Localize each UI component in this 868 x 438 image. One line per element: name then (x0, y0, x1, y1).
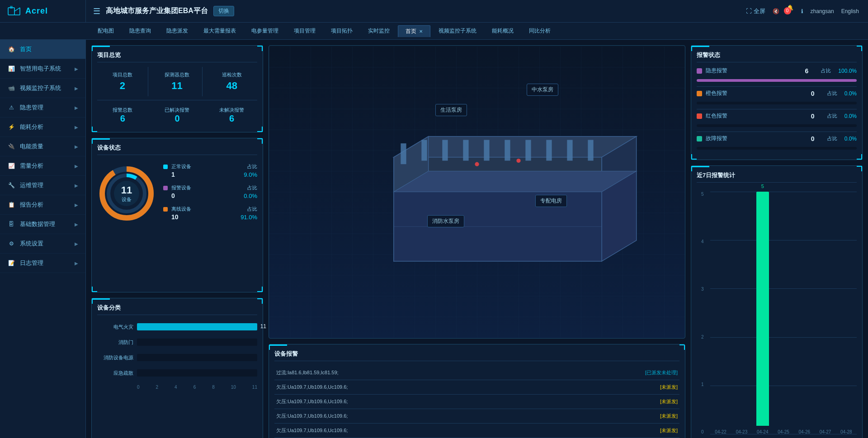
arrow-icon: ▶ (75, 241, 78, 246)
svg-rect-25 (525, 140, 531, 161)
switch-button[interactable]: 切换 (213, 6, 234, 16)
sidebar-item-basic-data[interactable]: 🗄 基础数据管理 ▶ (0, 215, 85, 234)
sidebar-item-energy[interactable]: ⚡ 能耗分析 ▶ (0, 118, 85, 137)
logo-area: Acrel (0, 0, 86, 22)
alarm-bar-red (697, 124, 857, 127)
svg-rect-0 (8, 8, 14, 15)
v-bar-6: 04-28 (836, 192, 857, 434)
project-overview-panel: 项目总览 项目总数 2 探测器总数 11 巡检次数 48 (91, 45, 263, 132)
svg-rect-20 (421, 140, 427, 161)
alarm-bar-hidden (697, 79, 857, 82)
proj-stat-projects: 项目总数 2 (97, 67, 148, 96)
help-icon[interactable]: ℹ (801, 8, 803, 14)
tab-xiangmutuopu[interactable]: 项目拓扑 (324, 25, 360, 37)
arrow-icon: ▶ (75, 125, 78, 130)
arrow-icon: ▶ (75, 183, 78, 188)
device-classification-title: 设备分类 (97, 304, 257, 315)
language-selector[interactable]: English (841, 8, 859, 14)
sidebar-item-demand[interactable]: 📈 需量分析 ▶ (0, 156, 85, 176)
arrow-icon: ▶ (75, 261, 78, 266)
arrow-icon: ▶ (75, 222, 78, 227)
label-power-room: 专配电房 (535, 195, 567, 207)
tab-yinhuanchaxun[interactable]: 隐患查询 (122, 25, 158, 37)
fault-alarm-dot (697, 136, 702, 141)
sidebar-item-hidden-danger[interactable]: ⚠ 隐患管理 ▶ (0, 98, 85, 118)
alarm-status-panel: 报警状态 隐患报警 6 占比 100.0% 橙色报警 (691, 45, 863, 160)
ops-icon: 🔧 (7, 182, 15, 188)
v-bar-2: 5 04-24 (752, 192, 773, 434)
home-icon: 🏠 (7, 46, 15, 52)
bar-row-3: 应急疏散 (97, 369, 257, 377)
tab-yinhuanpaifa[interactable]: 隐患派发 (159, 25, 195, 37)
notification-area[interactable]: 🔔0 (787, 5, 794, 18)
demand-icon: 📈 (7, 163, 15, 169)
red-alarm-dot (697, 113, 702, 119)
offline-device-color (163, 207, 168, 212)
app-title: 高地城市服务产业集团EBA平台 (106, 6, 208, 16)
device-status-panel: 设备状态 11 (91, 138, 263, 292)
svg-rect-1 (10, 6, 13, 9)
tab-shouye[interactable]: 首页 ✕ (398, 25, 430, 37)
proj-stat-unresolved: 未解决报警 6 (206, 104, 257, 127)
device-legend: 正常设备 占比 1 9.0% 报警设备 (163, 160, 257, 289)
proj-stat-inspections: 巡检次数 48 (206, 67, 257, 96)
tab-xiangmuguanli[interactable]: 项目管理 (287, 25, 323, 37)
v-bar-3: 04-25 (773, 192, 794, 434)
svg-marker-11 (394, 137, 637, 157)
device-classification-panel: 设备分类 电气火灾 11 消防门 (91, 298, 263, 438)
alert-row-3: 欠压:Ua109.7,Ub109.6,Uc109.6; [未派发] (274, 409, 679, 424)
sidebar-item-log[interactable]: 📝 日志管理 ▶ (0, 254, 85, 273)
sidebar-item-ops[interactable]: 🔧 运维管理 ▶ (0, 176, 85, 195)
tab-shipin[interactable]: 视频监控子系统 (431, 25, 484, 37)
y-axis: 5 4 3 2 1 0 (701, 192, 704, 434)
sidebar-item-settings[interactable]: ⚙ 系统设置 ▶ (0, 234, 85, 254)
hidden-alarm-dot (697, 68, 702, 74)
mute-icon[interactable]: 🔇 (773, 8, 779, 14)
alarm-item-orange: 橙色报警 0 占比 0.0% (697, 89, 857, 97)
alert-row-0: 过流:Ia81.6,Ib81.59,Ic81.59; [已派发未处理] (274, 366, 679, 380)
alarm-bar-fault (697, 147, 857, 150)
svg-rect-21 (442, 140, 448, 161)
label-water-pump: 中水泵房 (527, 84, 558, 96)
alert-row-4: 欠压:Ua109.7,Ub109.6,Uc109.6; [未派发] (274, 424, 679, 438)
proj-overview-title: 项目总览 (97, 51, 257, 62)
arrow-icon: ▶ (75, 144, 78, 149)
svg-line-2 (14, 8, 20, 11)
tab-close-icon[interactable]: ✕ (419, 29, 423, 34)
fullscreen-icon[interactable]: ⛶ 全屏 (746, 7, 765, 15)
sidebar-item-power-quality[interactable]: 🔌 电能质量 ▶ (0, 137, 85, 156)
energy-icon: ⚡ (7, 124, 15, 130)
v-bar-1: 04-23 (731, 192, 752, 434)
sidebar-item-video[interactable]: 📹 视频监控子系统 ▶ (0, 79, 85, 98)
building-3d-view: 中水泵房 生活泵房 专配电房 消防水泵房 (269, 45, 685, 339)
tab-tongbifenxi[interactable]: 同比分析 (522, 25, 558, 37)
database-icon: 🗄 (7, 221, 15, 227)
bar-xaxis: 024681011 (97, 385, 257, 390)
log-icon: 📝 (7, 260, 15, 266)
tab-shishijiankong[interactable]: 实时监控 (361, 25, 397, 37)
tab-peidianytu[interactable]: 配电图 (90, 25, 121, 37)
svg-rect-19 (401, 143, 406, 164)
report-icon: 📋 (7, 202, 15, 208)
arrow-icon: ▶ (75, 105, 78, 110)
alarm-item-red: 红色报警 0 占比 0.0% (697, 112, 857, 120)
sidebar-item-report[interactable]: 📋 报告分析 ▶ (0, 195, 85, 215)
tab-nenghaogaikuang[interactable]: 能耗概况 (485, 25, 521, 37)
logo-icon (7, 4, 22, 19)
logo-text: Acrel (25, 6, 48, 16)
menu-icon[interactable]: ☰ (93, 6, 100, 16)
svg-marker-15 (394, 171, 637, 192)
svg-rect-24 (505, 140, 510, 161)
sidebar-item-home[interactable]: 🏠 首页 (0, 40, 85, 59)
alarm-item-fault: 故障报警 0 占比 0.0% (697, 135, 857, 142)
svg-rect-23 (484, 140, 489, 161)
tab-diancanliang[interactable]: 电参量管理 (244, 25, 286, 37)
svg-rect-27 (567, 140, 572, 161)
tab-zuidade[interactable]: 最大需量报表 (196, 25, 243, 37)
proj-stat-resolved: 已解决报警 0 (152, 104, 203, 127)
alarm-item-hidden: 隐患报警 6 占比 100.0% (697, 67, 857, 75)
seven-day-title: 近7日报警统计 (697, 171, 857, 183)
device-alert-title: 设备报警 (274, 350, 679, 361)
sidebar-item-smart-elec[interactable]: 📊 智慧用电子系统 ▶ (0, 59, 85, 79)
bar-row-0: 电气火灾 11 (97, 323, 257, 330)
